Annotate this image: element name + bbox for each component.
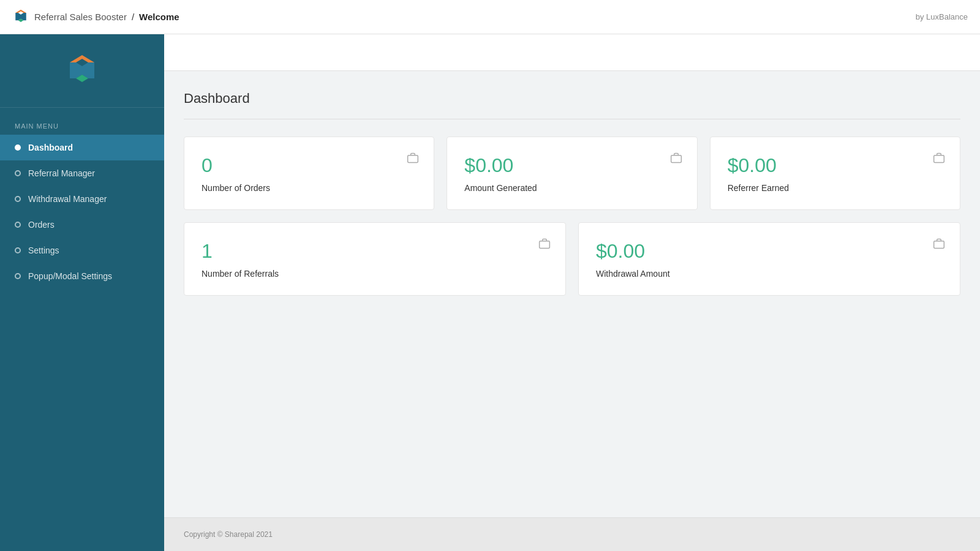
stat-value-referrer: $0.00 xyxy=(728,154,943,177)
svg-rect-5 xyxy=(934,241,944,249)
svg-rect-3 xyxy=(934,156,944,163)
sidebar-item-popup-modal-settings[interactable]: Popup/Modal Settings xyxy=(0,263,164,289)
sidebar-label-dashboard: Dashboard xyxy=(28,143,73,152)
stat-value-amount: $0.00 xyxy=(464,154,679,177)
sidebar-label-settings: Settings xyxy=(28,246,59,255)
stat-label-orders: Number of Orders xyxy=(202,183,417,193)
app-logo-icon xyxy=(12,9,29,26)
briefcase-icon-orders xyxy=(407,152,419,167)
sidebar-dot-popup-modal-settings xyxy=(15,273,21,279)
stat-card-referrer-earned: $0.00 Referrer Earned xyxy=(710,137,960,210)
stat-value-orders: 0 xyxy=(202,154,417,177)
sidebar-logo-area xyxy=(0,34,164,108)
briefcase-icon-referrer xyxy=(933,152,945,167)
briefcase-icon-withdrawal xyxy=(933,238,945,253)
app-name: Referral Sales Booster xyxy=(34,12,127,22)
stat-card-number-of-orders: 0 Number of Orders xyxy=(184,137,434,210)
page-name: Welcome xyxy=(139,12,179,22)
sidebar-item-dashboard[interactable]: Dashboard xyxy=(0,135,164,160)
stat-card-amount-generated: $0.00 Amount Generated xyxy=(447,137,697,210)
header-left: Referral Sales Booster / Welcome xyxy=(12,9,179,26)
sidebar-dot-dashboard xyxy=(15,144,21,151)
content-top-bar xyxy=(164,34,980,71)
sidebar-logo-icon xyxy=(64,53,100,89)
stat-value-referrals: 1 xyxy=(202,240,548,263)
stats-row-1: 0 Number of Orders $0.00 Amount Generate… xyxy=(184,137,960,210)
svg-rect-2 xyxy=(671,156,681,163)
stat-label-referrals: Number of Referrals xyxy=(202,269,548,279)
sidebar-item-orders[interactable]: Orders xyxy=(0,212,164,238)
breadcrumb-separator: / xyxy=(132,12,134,22)
page-title: Dashboard xyxy=(184,91,960,107)
main-layout: Main Menu Dashboard Referral Manager Wit… xyxy=(0,34,980,551)
stat-label-referrer: Referrer Earned xyxy=(728,183,943,193)
content-area: Dashboard 0 Number of Orders $0.00 Amoun… xyxy=(164,34,980,551)
stat-label-amount: Amount Generated xyxy=(464,183,679,193)
briefcase-icon-referrals xyxy=(538,238,551,253)
sidebar: Main Menu Dashboard Referral Manager Wit… xyxy=(0,34,164,551)
stat-label-withdrawal: Withdrawal Amount xyxy=(596,269,943,279)
sidebar-dot-referral-manager xyxy=(15,170,21,176)
sidebar-label-popup-modal-settings: Popup/Modal Settings xyxy=(28,271,112,281)
sidebar-dot-withdrawal-manager xyxy=(15,196,21,202)
stat-card-withdrawal-amount: $0.00 Withdrawal Amount xyxy=(578,222,960,296)
stats-row-2: 1 Number of Referrals $0.00 Withdrawal A… xyxy=(184,222,960,296)
header-by-label: by LuxBalance xyxy=(916,12,968,21)
divider xyxy=(184,119,960,119)
sidebar-label-orders: Orders xyxy=(28,220,55,230)
sidebar-item-withdrawal-manager[interactable]: Withdrawal Manager xyxy=(0,186,164,212)
stat-card-number-of-referrals: 1 Number of Referrals xyxy=(184,222,566,296)
svg-rect-1 xyxy=(408,156,418,163)
sidebar-menu-label: Main Menu xyxy=(0,108,164,135)
copyright-text: Copyright © Sharepal 2021 xyxy=(184,530,273,539)
sidebar-dot-settings xyxy=(15,247,21,253)
content-body: Dashboard 0 Number of Orders $0.00 Amoun… xyxy=(164,71,980,517)
top-header: Referral Sales Booster / Welcome by LuxB… xyxy=(0,0,980,34)
content-footer: Copyright © Sharepal 2021 xyxy=(164,517,980,551)
sidebar-item-settings[interactable]: Settings xyxy=(0,238,164,263)
briefcase-icon-amount xyxy=(670,152,682,167)
sidebar-label-withdrawal-manager: Withdrawal Manager xyxy=(28,194,107,204)
svg-rect-4 xyxy=(540,241,550,249)
sidebar-label-referral-manager: Referral Manager xyxy=(28,168,95,178)
sidebar-dot-orders xyxy=(15,222,21,228)
stat-value-withdrawal: $0.00 xyxy=(596,240,943,263)
sidebar-item-referral-manager[interactable]: Referral Manager xyxy=(0,160,164,186)
